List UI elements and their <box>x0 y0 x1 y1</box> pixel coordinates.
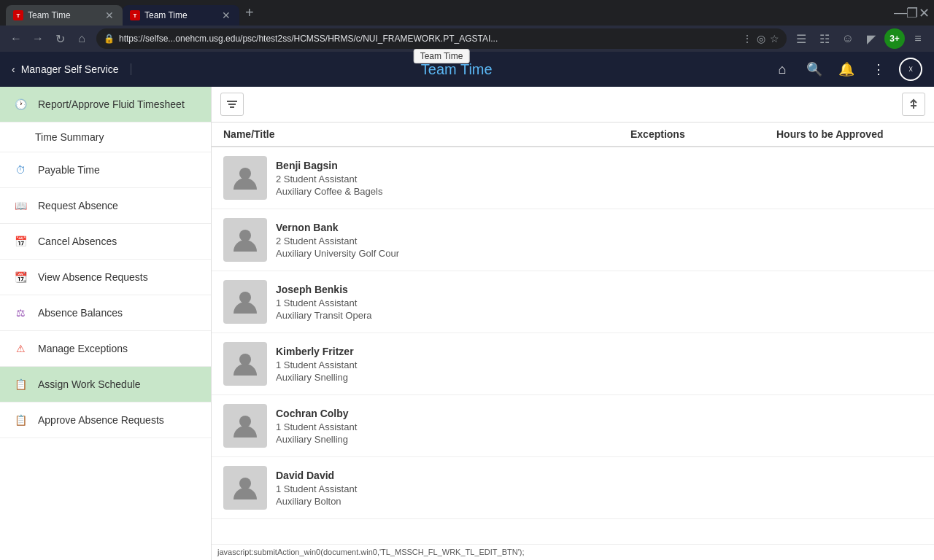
bookmarks-icon[interactable]: ☰ <box>791 28 811 49</box>
tab-close-1[interactable]: ✕ <box>104 9 115 21</box>
browser-toolbar-icons: ☰ ☷ ☺ ◤ 3+ ≡ <box>791 28 928 49</box>
employee-details-0: Benji Bagsin 2 Student Assistant Auxilia… <box>276 160 382 197</box>
svg-point-6 <box>239 230 251 241</box>
table-row[interactable]: David David 1 Student Assistant Auxiliar… <box>212 457 934 519</box>
browser-tab-1[interactable]: T Team Time ✕ <box>6 5 123 26</box>
sidebar-item-view-absence-requests[interactable]: 📆 View Absence Requests <box>0 260 211 295</box>
employee-role-2: 1 Student Assistant <box>276 298 372 308</box>
employee-dept-5: Auxiliary Bolton <box>276 496 357 507</box>
approve-absence-icon: 📋 <box>12 411 29 429</box>
table-row[interactable]: Kimberly Fritzer 1 Student Assistant Aux… <box>212 333 934 395</box>
sidebar-item-absence-balances[interactable]: ⚖ Absence Balances <box>0 295 211 331</box>
collapse-icon: ❚❚ <box>211 319 212 327</box>
sidebar-item-label-view-absence-requests: View Absence Requests <box>38 271 148 283</box>
employee-dept-0: Auxiliary Coffee & Bagels <box>276 186 382 197</box>
minimize-button[interactable]: — <box>896 9 905 18</box>
sidebar-item-label-payable-time: Payable Time <box>38 164 100 176</box>
account-icon[interactable]: ☺ <box>838 28 858 49</box>
tab-label-2: Team Time <box>144 10 188 20</box>
employee-role-5: 1 Student Assistant <box>276 483 357 494</box>
new-tab-button[interactable]: + <box>239 4 260 21</box>
employee-details-1: Vernon Bank 2 Student Assistant Auxiliar… <box>276 222 399 259</box>
home-nav-button[interactable]: ⌂ <box>72 28 92 49</box>
employee-info-5: David David 1 Student Assistant Auxiliar… <box>223 466 630 510</box>
svg-point-9 <box>239 416 251 427</box>
table-row[interactable]: Cochran Colby 1 Student Assistant Auxili… <box>212 395 934 457</box>
request-absence-icon: 📖 <box>12 197 29 214</box>
url-tooltip: Team Time <box>414 49 470 63</box>
bookmark-icon[interactable]: ☆ <box>770 33 779 44</box>
browser-tab-2[interactable]: T Team Time ✕ <box>123 5 239 26</box>
table-row[interactable]: Joseph Benkis 1 Student Assistant Auxili… <box>212 271 934 333</box>
search-icon[interactable]: 🔍 <box>803 58 826 81</box>
tab-close-2[interactable]: ✕ <box>220 9 232 21</box>
avatar-2 <box>223 280 267 324</box>
sync-icon[interactable]: ◤ <box>861 28 881 49</box>
close-button[interactable]: ✕ <box>919 9 928 18</box>
notifications-icon[interactable]: 🔔 <box>835 58 858 81</box>
content-area: Name/Title Exceptions Hours to be Approv… <box>212 87 934 560</box>
assign-schedule-icon: 📋 <box>12 376 29 393</box>
window-controls: — ❐ ✕ <box>896 9 928 18</box>
accessibility-icon[interactable]: ☓ <box>899 58 922 81</box>
back-nav-button[interactable]: ← <box>6 28 26 49</box>
sidebar-item-label-assign-work-schedule: Assign Work Schedule <box>38 378 141 390</box>
maximize-button[interactable]: ❐ <box>908 9 916 18</box>
home-icon[interactable]: ⌂ <box>771 58 794 81</box>
svg-point-10 <box>239 478 251 489</box>
lock-icon: 🔒 <box>104 34 115 44</box>
employee-name-4: Cochran Colby <box>276 408 357 419</box>
col-header-hours: Hours to be Approved <box>776 128 922 140</box>
firefox-icon[interactable]: ◎ <box>757 33 765 44</box>
col-header-name: Name/Title <box>223 128 630 140</box>
browser-chrome: T Team Time ✕ T Team Time ✕ + — ❐ ✕ <box>0 0 934 26</box>
url-bar[interactable]: 🔒 https://selfse...onehcm.usg.edu/psc/ht… <box>96 28 787 49</box>
url-text: https://selfse...onehcm.usg.edu/psc/htes… <box>119 34 738 44</box>
table-row[interactable]: Vernon Bank 2 Student Assistant Auxiliar… <box>212 209 934 271</box>
tab-label-1: Team Time <box>28 10 71 20</box>
nav-buttons: ← → ↻ ⌂ <box>6 28 92 49</box>
sidebar-item-report-approve[interactable]: 🕐 Report/Approve Fluid Timesheet <box>0 87 211 122</box>
employee-dept-2: Auxiliary Transit Opera <box>276 310 372 321</box>
sidebar-item-payable-time[interactable]: ⏱ Payable Time <box>0 152 211 188</box>
back-to-manager-button[interactable]: ‹ Manager Self Service <box>12 63 131 75</box>
sidebar-item-cancel-absences[interactable]: 📅 Cancel Absences <box>0 224 211 260</box>
sidebar-collapse-handle[interactable]: ❚❚ <box>211 306 212 342</box>
more-url-icon[interactable]: ⋮ <box>742 33 752 44</box>
sidebar-item-time-summary[interactable]: Time Summary <box>0 122 211 152</box>
employee-name-5: David David <box>276 470 357 481</box>
employee-info-2: Joseph Benkis 1 Student Assistant Auxili… <box>223 280 630 324</box>
reader-icon[interactable]: ☷ <box>814 28 835 49</box>
sort-button[interactable] <box>902 93 925 116</box>
clock-icon: 🕐 <box>12 96 29 113</box>
table-header: Name/Title Exceptions Hours to be Approv… <box>212 122 934 147</box>
extension-icon[interactable]: 3+ <box>884 28 905 49</box>
forward-nav-button[interactable]: → <box>28 28 48 49</box>
sidebar-item-label-request-absence: Request Absence <box>38 200 118 211</box>
header-icons: ⌂ 🔍 🔔 ⋮ ☓ <box>771 58 922 81</box>
employee-details-4: Cochran Colby 1 Student Assistant Auxili… <box>276 408 357 445</box>
more-options-icon[interactable]: ⋮ <box>867 58 890 81</box>
avatar-1 <box>223 218 267 262</box>
refresh-button[interactable]: ↻ <box>50 28 70 49</box>
employee-dept-3: Auxiliary Snelling <box>276 372 357 383</box>
sidebar-item-assign-work-schedule[interactable]: 📋 Assign Work Schedule <box>0 367 211 402</box>
content-toolbar <box>212 87 934 122</box>
sidebar-item-label-absence-balances: Absence Balances <box>38 307 123 319</box>
browser-tabs: T Team Time ✕ T Team Time ✕ + <box>6 0 893 26</box>
employee-name-3: Kimberly Fritzer <box>276 346 357 357</box>
menu-icon[interactable]: ≡ <box>908 28 928 49</box>
avatar-0 <box>223 156 267 200</box>
tab-favicon-1: T <box>13 10 23 20</box>
filter-button[interactable] <box>220 93 244 116</box>
table-row[interactable]: Benji Bagsin 2 Student Assistant Auxilia… <box>212 147 934 209</box>
back-arrow-icon: ‹ <box>12 63 15 75</box>
sidebar-item-label-approve-absence-requests: Approve Absence Requests <box>38 414 164 426</box>
employee-info-4: Cochran Colby 1 Student Assistant Auxili… <box>223 404 630 448</box>
employee-name-0: Benji Bagsin <box>276 160 382 171</box>
sidebar-item-manage-exceptions[interactable]: ⚠ Manage Exceptions <box>0 331 211 367</box>
status-text: javascript:submitAction_win0(document.wi… <box>217 548 525 556</box>
sidebar-item-approve-absence-requests[interactable]: 📋 Approve Absence Requests <box>0 402 211 438</box>
employee-dept-1: Auxiliary University Golf Cour <box>276 248 399 259</box>
sidebar-item-request-absence[interactable]: 📖 Request Absence <box>0 188 211 224</box>
